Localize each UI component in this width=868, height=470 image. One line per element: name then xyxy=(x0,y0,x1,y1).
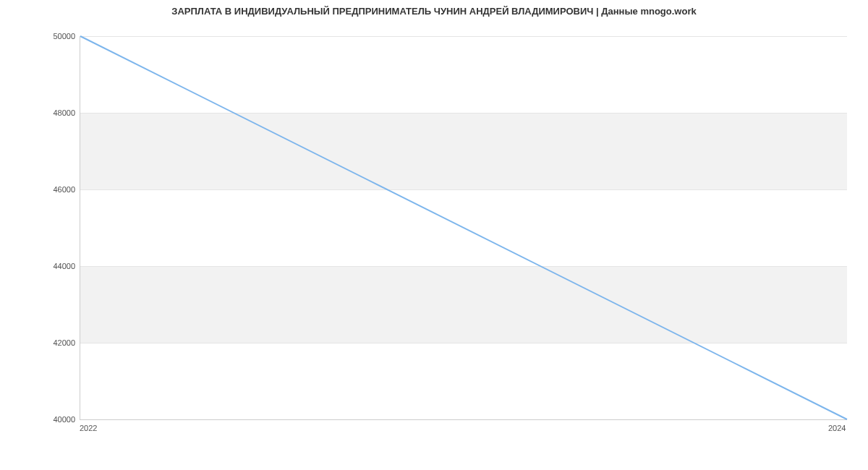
x-tick-label: 2022 xyxy=(80,424,97,432)
y-tick-label: 42000 xyxy=(10,338,75,347)
y-tick-label: 46000 xyxy=(10,185,75,194)
plot-area xyxy=(80,36,847,420)
chart-title: ЗАРПЛАТА В ИНДИВИДУАЛЬНЫЙ ПРЕДПРИНИМАТЕЛ… xyxy=(0,6,868,17)
y-tick-label: 50000 xyxy=(10,32,75,40)
x-tick-label: 2024 xyxy=(828,424,846,432)
y-tick-label: 40000 xyxy=(10,415,75,424)
data-line xyxy=(80,36,847,419)
y-tick-label: 44000 xyxy=(10,262,75,270)
y-tick-label: 48000 xyxy=(10,108,75,117)
